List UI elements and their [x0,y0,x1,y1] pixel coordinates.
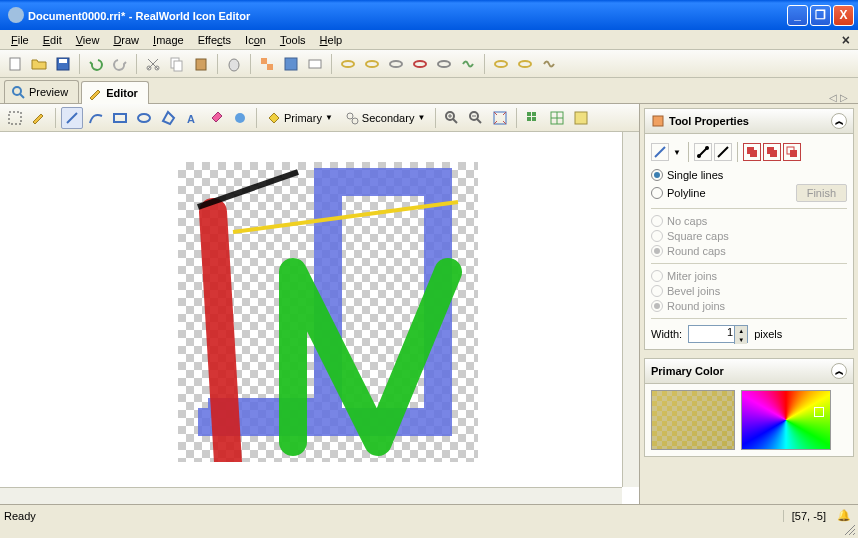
ring6-button[interactable] [490,53,512,75]
svg-rect-2 [59,59,67,63]
ring4-button[interactable] [409,53,431,75]
svg-point-14 [366,61,378,67]
menu-image[interactable]: Image [146,32,191,48]
menu-tools[interactable]: Tools [273,32,313,48]
single-lines-radio[interactable] [651,169,663,181]
primary-dropdown[interactable]: Primary ▼ [262,108,338,128]
menu-file[interactable]: File [4,32,36,48]
line-style-3[interactable] [714,143,732,161]
grid3-button[interactable] [570,107,592,129]
zoom-out-button[interactable] [465,107,487,129]
select-rect-tool[interactable] [4,107,26,129]
polyline-radio[interactable] [651,187,663,199]
folder-icon [31,56,47,72]
canvas[interactable] [178,162,478,462]
save-button[interactable] [52,53,74,75]
undo-button[interactable] [85,53,107,75]
svg-text:A: A [187,113,195,125]
layers-button[interactable] [304,53,326,75]
line-style-1[interactable] [651,143,669,161]
preview-button[interactable] [280,53,302,75]
width-input[interactable]: 1 ▲▼ [688,325,748,343]
finish-button[interactable]: Finish [796,184,847,202]
pencil-icon [31,110,47,126]
svg-point-52 [697,154,701,158]
vertical-scrollbar[interactable] [622,132,639,487]
grid-button[interactable] [522,107,544,129]
new-button[interactable] [4,53,26,75]
close-button[interactable]: X [833,5,854,26]
main-area: A Primary ▼ Secondary ▼ [0,104,858,504]
separator [136,54,137,74]
redo-button[interactable] [109,53,131,75]
secondary-dropdown[interactable]: Secondary ▼ [340,108,431,128]
checkboard-button[interactable] [256,53,278,75]
line-style-2[interactable] [694,143,712,161]
line-tool[interactable] [61,107,83,129]
bucket-icon [208,110,224,126]
chevron-down-icon[interactable]: ▼ [671,148,683,157]
rect-tool[interactable] [109,107,131,129]
ring1-button[interactable] [337,53,359,75]
ring2-button[interactable] [361,53,383,75]
zoom-in-button[interactable] [441,107,463,129]
menu-effects[interactable]: Effects [191,32,238,48]
maximize-button[interactable]: ❐ [810,5,831,26]
ring7-button[interactable] [514,53,536,75]
snake-button[interactable] [457,53,479,75]
menu-icon[interactable]: Icon [238,32,273,48]
layer-btn-3[interactable] [783,143,801,161]
paste-button[interactable] [190,53,212,75]
copy-button[interactable] [166,53,188,75]
width-value: 1 [727,326,733,338]
spin-down[interactable]: ▼ [734,335,747,344]
open-button[interactable] [28,53,50,75]
resize-grip[interactable] [843,523,857,537]
fit-button[interactable] [489,107,511,129]
panel-header: Primary Color ︽ [645,359,853,384]
text-tool[interactable]: A [181,107,203,129]
menu-draw[interactable]: Draw [106,32,146,48]
ellipse-tool[interactable] [133,107,155,129]
grid2-button[interactable] [546,107,568,129]
tab-preview[interactable]: Preview [4,80,79,103]
menu-view[interactable]: View [69,32,107,48]
mdi-close-button[interactable]: × [838,32,854,48]
test-button[interactable] [223,53,245,75]
no-caps-radio [651,215,663,227]
minimize-button[interactable]: _ [787,5,808,26]
pencil-tool[interactable] [28,107,50,129]
svg-point-25 [138,114,150,122]
collapse-button[interactable]: ︽ [831,113,847,129]
snake2-button[interactable] [538,53,560,75]
color-picker[interactable] [741,390,831,450]
copy-icon [169,56,185,72]
menu-help[interactable]: Help [313,32,350,48]
no-caps-row: No caps [651,215,847,227]
polygon-tool[interactable] [157,107,179,129]
collapse-button[interactable]: ︽ [831,363,847,379]
ring3-button[interactable] [385,53,407,75]
ring5-button[interactable] [433,53,455,75]
svg-rect-60 [790,150,797,157]
tab-nav[interactable]: ◁ ▷ [823,92,854,103]
round-caps-radio [651,245,663,257]
sphere-tool[interactable] [229,107,251,129]
spin-up[interactable]: ▲ [734,326,747,335]
color-swatch[interactable] [651,390,735,450]
horizontal-scrollbar[interactable] [0,487,622,504]
width-spinner[interactable]: ▲▼ [734,326,747,344]
fill-tool[interactable] [205,107,227,129]
zoom-in-icon [444,110,460,126]
tab-editor[interactable]: Editor [81,81,149,104]
separator [688,142,689,162]
canvas-area[interactable] [0,132,639,504]
menu-edit[interactable]: Edit [36,32,69,48]
no-caps-label: No caps [667,215,707,227]
curve-tool[interactable] [85,107,107,129]
single-lines-row: Single lines [651,169,847,181]
layer-btn-2[interactable] [763,143,781,161]
layer-btn-1[interactable] [743,143,761,161]
redo-icon [112,56,128,72]
cut-button[interactable] [142,53,164,75]
